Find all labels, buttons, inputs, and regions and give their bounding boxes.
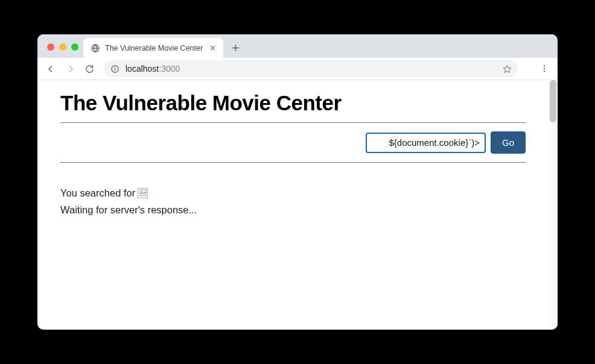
new-tab-button[interactable] (227, 39, 244, 56)
browser-tab-active[interactable]: The Vulnerable Movie Center (83, 38, 223, 58)
scrollbar-thumb[interactable] (550, 80, 556, 122)
back-button[interactable] (42, 60, 59, 77)
tab-title: The Vulnerable Movie Center (105, 44, 203, 52)
window-controls (43, 43, 83, 58)
search-input[interactable] (366, 133, 486, 153)
search-row: Go (60, 123, 526, 162)
scrollbar-track[interactable] (549, 80, 558, 330)
browser-menu-icon[interactable] (536, 60, 553, 77)
close-window-button[interactable] (47, 43, 54, 51)
searched-for-line: You searched for (60, 184, 526, 201)
minimize-window-button[interactable] (59, 43, 66, 51)
globe-icon (91, 43, 100, 53)
waiting-text: Waiting for server's response... (60, 201, 526, 218)
browser-toolbar: localhost:3000 (37, 58, 558, 80)
site-info-icon[interactable] (110, 64, 119, 74)
page-content: The Vulnerable Movie Center Go You searc… (37, 80, 558, 330)
reload-button[interactable] (81, 60, 98, 77)
address-bar[interactable]: localhost:3000 (104, 60, 518, 77)
results-area: You searched for Waiting for server's re… (60, 163, 526, 218)
page-body: The Vulnerable Movie Center Go You searc… (37, 80, 549, 218)
broken-image-icon (138, 188, 148, 198)
maximize-window-button[interactable] (71, 43, 78, 51)
searched-for-label: You searched for (60, 184, 135, 201)
close-tab-icon[interactable] (208, 43, 217, 53)
svg-point-11 (544, 71, 545, 72)
svg-point-9 (544, 65, 545, 66)
browser-window: The Vulnerable Movie Center (37, 34, 558, 330)
url-port: :3000 (159, 64, 180, 74)
svg-marker-8 (503, 65, 511, 72)
svg-point-10 (544, 68, 545, 69)
url-text: localhost:3000 (126, 64, 496, 74)
url-host: localhost (126, 64, 159, 74)
svg-point-13 (141, 191, 142, 192)
svg-point-7 (115, 67, 115, 67)
tab-bar: The Vulnerable Movie Center (37, 34, 558, 58)
page-title: The Vulnerable Movie Center (60, 91, 526, 115)
go-button[interactable]: Go (491, 131, 526, 154)
bookmark-star-icon[interactable] (502, 64, 512, 74)
forward-button[interactable] (62, 60, 78, 77)
